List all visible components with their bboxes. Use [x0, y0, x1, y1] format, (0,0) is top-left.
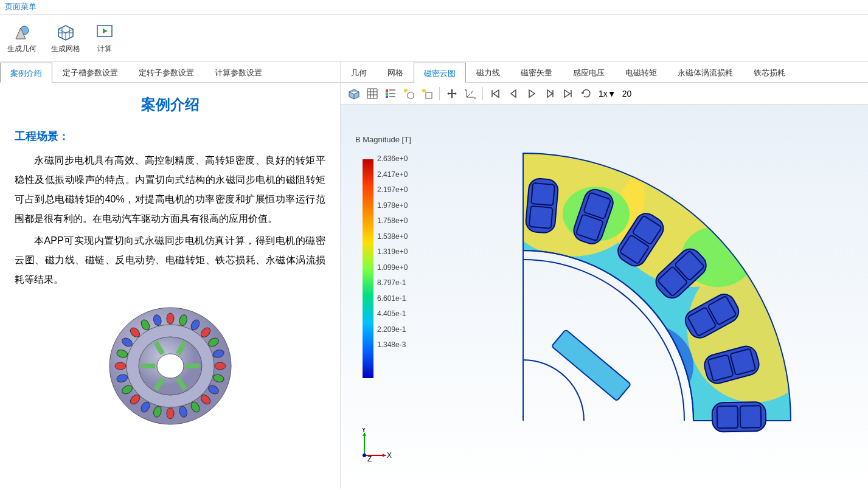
tab-calc-params[interactable]: 计算参数设置 [204, 62, 273, 82]
svg-text:X: X [387, 451, 392, 460]
left-tabs: 案例介绍 定子槽参数设置 定转子参数设置 计算参数设置 [0, 62, 340, 83]
svg-point-5 [157, 354, 184, 378]
legend-labels: 2.636e+02.417e+02.197e+01.978e+01.758e+0… [377, 154, 408, 356]
tab-flux-lines[interactable]: 磁力线 [466, 62, 510, 82]
svg-point-24 [115, 362, 126, 370]
svg-rect-37 [386, 92, 388, 95]
tab-stator-slot[interactable]: 定子槽参数设置 [52, 62, 128, 82]
flux-density-plot [462, 123, 839, 463]
prev-frame-icon[interactable] [505, 85, 522, 102]
axis-triad: X Y Z [355, 428, 392, 464]
compute-button[interactable]: 计算 [95, 22, 114, 54]
svg-text:y: y [471, 90, 473, 94]
tab-mesh[interactable]: 网格 [377, 62, 414, 82]
first-frame-icon[interactable] [487, 85, 504, 102]
svg-rect-48 [363, 159, 373, 378]
loop-icon[interactable] [578, 85, 595, 102]
tab-core-loss[interactable]: 铁芯损耗 [743, 62, 796, 82]
light-cube-icon[interactable] [400, 85, 417, 102]
light-icon[interactable] [418, 85, 436, 102]
svg-point-51 [363, 454, 366, 457]
svg-rect-38 [386, 95, 388, 98]
axes-icon[interactable]: zxy [462, 85, 479, 102]
tab-geometry[interactable]: 几何 [341, 62, 377, 82]
right-tabs: 几何 网格 磁密云图 磁力线 磁密矢量 感应电压 电磁转矩 永磁体涡流损耗 铁芯… [341, 62, 868, 83]
mesh-cube-icon [56, 22, 75, 41]
ribbon: 生成几何 生成网格 计算 [0, 15, 868, 62]
svg-point-12 [215, 362, 226, 370]
legend-colorbar [363, 159, 373, 378]
svg-rect-44 [426, 92, 432, 98]
svg-text:Z: Z [367, 455, 372, 463]
svg-rect-36 [386, 89, 388, 92]
grid-icon[interactable] [364, 85, 381, 102]
legend-toggle-icon[interactable] [382, 85, 399, 102]
page-menu[interactable]: 页面菜单 [5, 2, 36, 11]
svg-point-43 [422, 89, 426, 92]
svg-rect-65 [525, 178, 558, 233]
svg-text:z: z [465, 88, 467, 92]
motor-full-image [15, 299, 325, 435]
svg-rect-40 [389, 93, 395, 94]
tab-intro[interactable]: 案例介绍 [0, 63, 52, 83]
cone-sphere-icon [12, 22, 32, 41]
svg-point-42 [404, 89, 408, 92]
view-cube-icon[interactable] [345, 85, 363, 102]
tab-voltage[interactable]: 感应电压 [563, 62, 615, 82]
intro-p1: 永磁同步电机具有高效、高控制精度、高转矩密度、良好的转矩平稳性及低振动噪声的特点… [15, 151, 325, 229]
playback-speed[interactable]: 1x▼ [596, 89, 619, 98]
svg-rect-41 [389, 96, 395, 97]
intro-section: 工程场景： [15, 129, 325, 143]
svg-point-63 [526, 390, 569, 427]
tab-flux-density[interactable]: 磁密云图 [414, 63, 466, 83]
svg-point-6 [167, 313, 174, 324]
svg-point-18 [167, 408, 174, 419]
tab-pm-eddy-loss[interactable]: 永磁体涡流损耗 [667, 62, 743, 82]
svg-text:x: x [474, 96, 476, 100]
tab-torque[interactable]: 电磁转矩 [615, 62, 667, 82]
frame-number: 20 [620, 89, 634, 98]
svg-rect-39 [389, 89, 395, 91]
svg-rect-86 [552, 330, 631, 401]
intro-title: 案例介绍 [15, 95, 325, 114]
pan-icon[interactable] [443, 85, 460, 102]
play-icon[interactable] [523, 85, 540, 102]
last-frame-icon[interactable] [560, 85, 577, 102]
svg-text:Y: Y [361, 428, 366, 434]
svg-point-64 [617, 305, 648, 342]
svg-rect-55 [462, 123, 839, 463]
viewer-toolbar: zxy 1x▼ 20 [341, 83, 868, 105]
color-legend: B Magnitude [T] [355, 135, 411, 151]
tab-flux-vector[interactable]: 磁密矢量 [510, 62, 563, 82]
play-screen-icon [95, 22, 114, 41]
gen-mesh-button[interactable]: 生成网格 [51, 22, 80, 54]
next-frame-icon[interactable] [541, 85, 558, 102]
viewer-3d[interactable]: B Magnitude [T] 2.636e+02.417e+02.197e+0… [341, 105, 868, 489]
tab-rotor-stator[interactable]: 定转子参数设置 [128, 62, 204, 82]
intro-p2: 本APP可实现内置切向式永磁同步电机仿真计算，得到电机的磁密云图、磁力线、磁链、… [15, 231, 325, 289]
gen-geometry-button[interactable]: 生成几何 [7, 22, 36, 54]
